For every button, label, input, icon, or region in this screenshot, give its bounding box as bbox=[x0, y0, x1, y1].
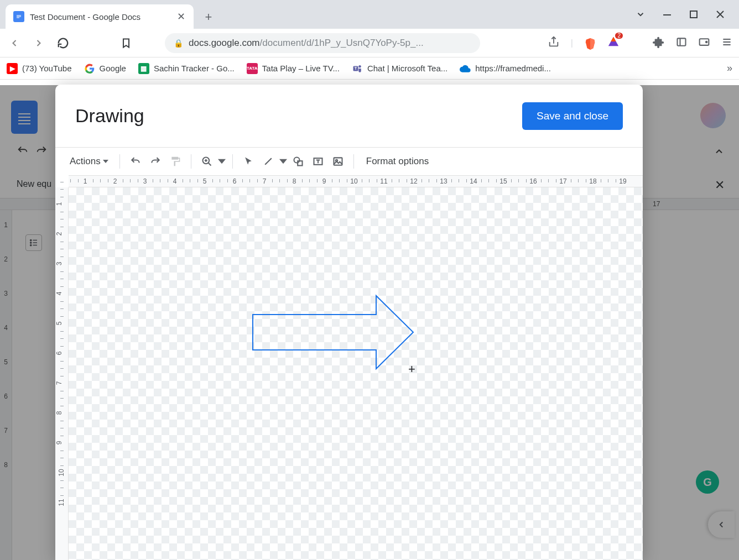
vertical-ruler[interactable]: 1234567891011 bbox=[55, 187, 69, 560]
redo-button[interactable] bbox=[147, 153, 164, 170]
line-dropdown-icon[interactable] bbox=[279, 153, 287, 170]
brave-badge: 2 bbox=[615, 33, 623, 39]
save-and-close-button[interactable]: Save and close bbox=[522, 102, 623, 130]
shape-tool[interactable] bbox=[289, 153, 307, 170]
crosshair-cursor-icon: + bbox=[408, 362, 415, 376]
svg-point-19 bbox=[358, 65, 361, 68]
bookmark-teams[interactable]: TChat | Microsoft Tea... bbox=[352, 63, 447, 74]
bookmark-google[interactable]: Google bbox=[84, 63, 126, 74]
forward-button[interactable] bbox=[31, 35, 46, 51]
url-bar[interactable]: 🔒 docs.google.com/document/d/1hP_y_UsnQ7… bbox=[165, 33, 480, 53]
bookmarks-bar: ▶(73) YouTube Google ▦Sachin Tracker - G… bbox=[0, 57, 739, 80]
svg-marker-26 bbox=[103, 160, 108, 163]
docs-logo-icon[interactable] bbox=[11, 101, 38, 134]
lock-icon: 🔒 bbox=[174, 39, 183, 48]
svg-point-20 bbox=[30, 239, 32, 240]
tab-title: Test Document - Google Docs bbox=[30, 12, 176, 22]
paint-format-button bbox=[166, 153, 184, 170]
close-window-icon[interactable] bbox=[715, 9, 726, 20]
collapse-toolbar-icon[interactable] bbox=[714, 146, 725, 159]
svg-rect-10 bbox=[678, 38, 686, 45]
svg-rect-0 bbox=[17, 15, 21, 16]
drawing-toolbar: Actions Format options bbox=[55, 148, 643, 175]
brave-shield-icon[interactable] bbox=[584, 37, 596, 49]
zoom-button[interactable] bbox=[198, 153, 216, 170]
extensions-icon[interactable] bbox=[653, 36, 665, 50]
account-avatar[interactable] bbox=[700, 103, 726, 128]
close-equation-bar-icon[interactable]: ✕ bbox=[715, 178, 725, 192]
bookmark-youtube[interactable]: ▶(73) YouTube bbox=[7, 63, 72, 74]
image-tool[interactable] bbox=[329, 153, 347, 170]
svg-point-24 bbox=[30, 244, 32, 245]
browser-toolbar: 🔒 docs.google.com/document/d/1hP_y_UsnQ7… bbox=[0, 29, 739, 57]
undo-icon[interactable] bbox=[17, 145, 29, 157]
doc-vertical-ruler: 12345678 bbox=[0, 210, 12, 560]
dialog-header: Drawing Save and close bbox=[55, 85, 643, 148]
minimize-icon[interactable] bbox=[662, 9, 673, 20]
right-arrow-shape[interactable] bbox=[252, 294, 418, 371]
bookmark-sheets[interactable]: ▦Sachin Tracker - Go... bbox=[138, 63, 235, 74]
svg-line-28 bbox=[208, 163, 211, 166]
svg-rect-3 bbox=[663, 14, 671, 15]
docs-favicon bbox=[13, 11, 24, 22]
new-tab-button[interactable]: + bbox=[199, 8, 218, 27]
svg-point-13 bbox=[706, 41, 707, 43]
horizontal-ruler[interactable]: 12345678910111213141516171819 bbox=[69, 175, 643, 187]
window-controls bbox=[635, 0, 739, 29]
zoom-dropdown-icon[interactable] bbox=[218, 153, 226, 170]
tata-icon: TATA bbox=[247, 63, 258, 74]
url-text: docs.google.com/document/d/1hP_y_UsnQ7Yo… bbox=[189, 38, 424, 49]
back-button[interactable] bbox=[7, 35, 22, 51]
chevron-down-icon[interactable] bbox=[635, 9, 646, 20]
side-panel-collapse-icon[interactable] bbox=[708, 511, 735, 538]
share-icon[interactable] bbox=[548, 36, 560, 50]
sidepanel-icon[interactable] bbox=[676, 36, 687, 50]
format-options-button[interactable]: Format options bbox=[361, 153, 434, 170]
svg-marker-31 bbox=[218, 159, 226, 164]
svg-rect-2 bbox=[17, 18, 19, 18]
cloud-icon bbox=[460, 63, 471, 74]
bookmark-framed[interactable]: https://framedmedi... bbox=[460, 63, 551, 74]
svg-marker-33 bbox=[279, 159, 287, 164]
actions-menu[interactable]: Actions bbox=[65, 153, 113, 170]
maximize-icon[interactable] bbox=[688, 9, 699, 20]
textbox-tool[interactable] bbox=[309, 153, 327, 170]
tab-close-icon[interactable]: ✕ bbox=[176, 12, 186, 22]
svg-rect-39 bbox=[334, 158, 342, 165]
svg-point-22 bbox=[30, 242, 32, 243]
svg-point-34 bbox=[294, 158, 299, 163]
drawing-canvas[interactable]: + bbox=[69, 187, 643, 560]
select-tool[interactable] bbox=[240, 153, 257, 170]
line-tool[interactable] bbox=[259, 153, 277, 170]
undo-button[interactable] bbox=[127, 153, 144, 170]
wallet-icon[interactable] bbox=[698, 36, 710, 50]
browser-titlebar: Test Document - Google Docs ✕ + bbox=[0, 0, 739, 29]
bookmark-tata[interactable]: TATATata Play – Live TV... bbox=[247, 63, 340, 74]
reload-button[interactable] bbox=[55, 35, 71, 51]
bookmark-icon[interactable] bbox=[118, 35, 134, 51]
svg-line-32 bbox=[265, 158, 272, 165]
teams-icon: T bbox=[352, 63, 363, 74]
brave-rewards-icon[interactable]: 2 bbox=[607, 36, 620, 50]
youtube-icon: ▶ bbox=[7, 63, 18, 74]
outline-toggle-icon[interactable] bbox=[25, 234, 42, 251]
browser-tab[interactable]: Test Document - Google Docs ✕ bbox=[6, 4, 194, 29]
dialog-title: Drawing bbox=[75, 105, 144, 127]
google-icon bbox=[84, 63, 95, 74]
svg-rect-1 bbox=[17, 17, 21, 17]
transparency-grid bbox=[69, 187, 643, 560]
sheets-icon: ▦ bbox=[138, 63, 149, 74]
menu-icon[interactable] bbox=[721, 36, 732, 50]
drawing-dialog: Drawing Save and close Actions Format op… bbox=[55, 85, 643, 560]
redo-icon[interactable] bbox=[35, 145, 48, 157]
svg-text:T: T bbox=[355, 66, 357, 71]
svg-rect-4 bbox=[690, 11, 697, 18]
bookmarks-overflow-icon[interactable]: » bbox=[727, 62, 732, 74]
equation-toolbar-label: New equ bbox=[17, 179, 51, 189]
grammarly-icon[interactable]: G bbox=[696, 470, 719, 494]
